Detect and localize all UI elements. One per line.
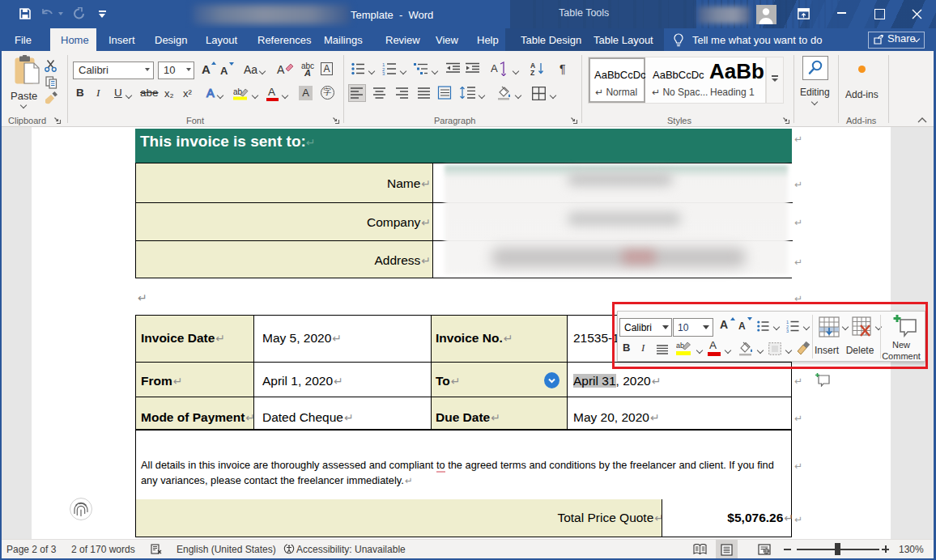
svg-text:3: 3 [786,329,789,333]
svg-text:3: 3 [382,71,385,75]
svg-text:Z: Z [530,69,534,76]
svg-text:A: A [491,62,498,74]
